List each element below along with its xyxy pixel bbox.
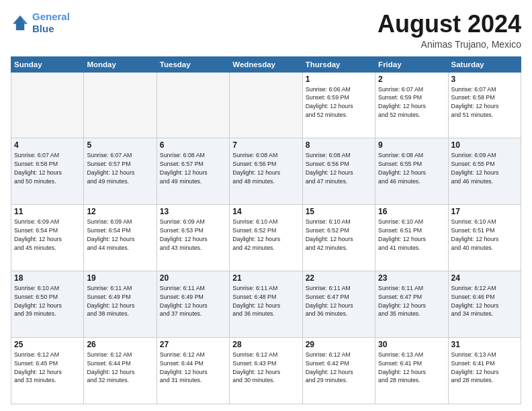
- calendar-cell: 12Sunrise: 6:09 AM Sunset: 6:54 PM Dayli…: [84, 205, 157, 271]
- day-number: 2: [378, 75, 445, 84]
- calendar-cell: 9Sunrise: 6:08 AM Sunset: 6:55 PM Daylig…: [375, 138, 448, 205]
- calendar-cell: 6Sunrise: 6:08 AM Sunset: 6:57 PM Daylig…: [157, 138, 229, 205]
- day-number: 5: [87, 140, 153, 150]
- day-info: Sunrise: 6:12 AM Sunset: 6:44 PM Dayligh…: [87, 351, 153, 385]
- day-number: 17: [451, 207, 518, 216]
- day-number: 23: [378, 273, 445, 283]
- day-number: 20: [160, 273, 226, 283]
- day-info: Sunrise: 6:10 AM Sunset: 6:52 PM Dayligh…: [306, 218, 372, 252]
- calendar-cell: [84, 72, 157, 138]
- calendar-cell: 21Sunrise: 6:11 AM Sunset: 6:48 PM Dayli…: [230, 271, 302, 338]
- day-number: 29: [306, 340, 372, 349]
- day-info: Sunrise: 6:10 AM Sunset: 6:50 PM Dayligh…: [14, 284, 81, 318]
- day-info: Sunrise: 6:10 AM Sunset: 6:51 PM Dayligh…: [451, 218, 518, 252]
- calendar-table: SundayMondayTuesdayWednesdayThursdayFrid…: [11, 56, 521, 404]
- calendar-cell: 4Sunrise: 6:07 AM Sunset: 6:58 PM Daylig…: [11, 138, 84, 205]
- day-number: 22: [306, 273, 372, 283]
- day-info: Sunrise: 6:12 AM Sunset: 6:42 PM Dayligh…: [306, 351, 372, 385]
- calendar-cell: 16Sunrise: 6:10 AM Sunset: 6:51 PM Dayli…: [375, 205, 448, 271]
- weekday-header-row: SundayMondayTuesdayWednesdayThursdayFrid…: [11, 56, 521, 72]
- day-info: Sunrise: 6:08 AM Sunset: 6:57 PM Dayligh…: [160, 151, 226, 185]
- day-number: 1: [306, 75, 372, 84]
- calendar-week-row: 25Sunrise: 6:12 AM Sunset: 6:45 PM Dayli…: [11, 338, 521, 404]
- calendar-week-row: 11Sunrise: 6:09 AM Sunset: 6:54 PM Dayli…: [11, 205, 521, 271]
- weekday-header-monday: Monday: [84, 56, 157, 72]
- calendar-cell: 11Sunrise: 6:09 AM Sunset: 6:54 PM Dayli…: [11, 205, 84, 271]
- calendar-cell: 2Sunrise: 6:07 AM Sunset: 6:59 PM Daylig…: [375, 72, 448, 138]
- calendar-cell: 28Sunrise: 6:12 AM Sunset: 6:43 PM Dayli…: [230, 338, 302, 404]
- calendar-cell: 3Sunrise: 6:07 AM Sunset: 6:58 PM Daylig…: [448, 72, 521, 138]
- day-info: Sunrise: 6:13 AM Sunset: 6:41 PM Dayligh…: [451, 351, 518, 385]
- calendar-cell: 10Sunrise: 6:09 AM Sunset: 6:55 PM Dayli…: [448, 138, 521, 205]
- day-info: Sunrise: 6:09 AM Sunset: 6:53 PM Dayligh…: [160, 218, 226, 252]
- page: General Blue August 2024 Animas Trujano,…: [0, 0, 532, 411]
- calendar-cell: [11, 72, 84, 138]
- day-info: Sunrise: 6:11 AM Sunset: 6:47 PM Dayligh…: [378, 284, 445, 318]
- calendar-cell: 15Sunrise: 6:10 AM Sunset: 6:52 PM Dayli…: [302, 205, 375, 271]
- calendar-cell: 22Sunrise: 6:11 AM Sunset: 6:47 PM Dayli…: [302, 271, 375, 338]
- calendar-cell: 1Sunrise: 6:06 AM Sunset: 6:59 PM Daylig…: [302, 72, 375, 138]
- day-info: Sunrise: 6:11 AM Sunset: 6:49 PM Dayligh…: [87, 284, 153, 318]
- calendar-cell: [157, 72, 229, 138]
- day-number: 11: [14, 207, 81, 216]
- day-number: 25: [14, 340, 81, 349]
- day-info: Sunrise: 6:09 AM Sunset: 6:55 PM Dayligh…: [451, 151, 518, 185]
- calendar-cell: 29Sunrise: 6:12 AM Sunset: 6:42 PM Dayli…: [302, 338, 375, 404]
- day-number: 21: [232, 273, 299, 283]
- day-info: Sunrise: 6:12 AM Sunset: 6:44 PM Dayligh…: [160, 351, 226, 385]
- day-number: 6: [160, 140, 226, 150]
- day-info: Sunrise: 6:10 AM Sunset: 6:52 PM Dayligh…: [232, 218, 299, 252]
- day-number: 3: [451, 75, 518, 84]
- calendar-cell: 30Sunrise: 6:13 AM Sunset: 6:41 PM Dayli…: [375, 338, 448, 404]
- day-info: Sunrise: 6:07 AM Sunset: 6:58 PM Dayligh…: [451, 85, 518, 120]
- calendar-cell: 19Sunrise: 6:11 AM Sunset: 6:49 PM Dayli…: [84, 271, 157, 338]
- day-number: 12: [87, 207, 153, 216]
- weekday-header-tuesday: Tuesday: [157, 56, 229, 72]
- calendar-cell: 5Sunrise: 6:07 AM Sunset: 6:57 PM Daylig…: [84, 138, 157, 205]
- weekday-header-sunday: Sunday: [11, 56, 84, 72]
- logo-text: General Blue: [32, 11, 70, 35]
- day-number: 14: [232, 207, 299, 216]
- weekday-header-thursday: Thursday: [302, 56, 375, 72]
- day-info: Sunrise: 6:13 AM Sunset: 6:41 PM Dayligh…: [378, 351, 445, 385]
- day-info: Sunrise: 6:08 AM Sunset: 6:56 PM Dayligh…: [232, 151, 299, 185]
- calendar-week-row: 4Sunrise: 6:07 AM Sunset: 6:58 PM Daylig…: [11, 138, 521, 205]
- day-number: 31: [451, 340, 518, 349]
- calendar-cell: 7Sunrise: 6:08 AM Sunset: 6:56 PM Daylig…: [230, 138, 302, 205]
- calendar-week-row: 18Sunrise: 6:10 AM Sunset: 6:50 PM Dayli…: [11, 271, 521, 338]
- day-number: 19: [87, 273, 153, 283]
- day-info: Sunrise: 6:07 AM Sunset: 6:57 PM Dayligh…: [87, 151, 153, 185]
- calendar-cell: 25Sunrise: 6:12 AM Sunset: 6:45 PM Dayli…: [11, 338, 84, 404]
- day-info: Sunrise: 6:12 AM Sunset: 6:46 PM Dayligh…: [451, 284, 518, 318]
- day-number: 28: [232, 340, 299, 349]
- day-number: 10: [451, 140, 518, 150]
- day-info: Sunrise: 6:12 AM Sunset: 6:45 PM Dayligh…: [14, 351, 81, 385]
- month-title: August 2024: [378, 11, 521, 38]
- day-info: Sunrise: 6:07 AM Sunset: 6:58 PM Dayligh…: [14, 151, 81, 185]
- calendar-cell: 14Sunrise: 6:10 AM Sunset: 6:52 PM Dayli…: [230, 205, 302, 271]
- day-info: Sunrise: 6:11 AM Sunset: 6:48 PM Dayligh…: [232, 284, 299, 318]
- calendar-cell: 23Sunrise: 6:11 AM Sunset: 6:47 PM Dayli…: [375, 271, 448, 338]
- calendar-cell: 27Sunrise: 6:12 AM Sunset: 6:44 PM Dayli…: [157, 338, 229, 404]
- day-number: 9: [378, 140, 445, 150]
- logo: General Blue: [11, 11, 70, 35]
- title-block: August 2024 Animas Trujano, Mexico: [378, 11, 521, 50]
- calendar-cell: 31Sunrise: 6:13 AM Sunset: 6:41 PM Dayli…: [448, 338, 521, 404]
- day-number: 16: [378, 207, 445, 216]
- day-info: Sunrise: 6:06 AM Sunset: 6:59 PM Dayligh…: [306, 85, 372, 120]
- calendar-cell: 24Sunrise: 6:12 AM Sunset: 6:46 PM Dayli…: [448, 271, 521, 338]
- day-number: 26: [87, 340, 153, 349]
- day-number: 7: [232, 140, 299, 150]
- day-number: 13: [160, 207, 226, 216]
- day-number: 24: [451, 273, 518, 283]
- logo-icon: [11, 13, 30, 32]
- calendar-cell: 18Sunrise: 6:10 AM Sunset: 6:50 PM Dayli…: [11, 271, 84, 338]
- day-number: 27: [160, 340, 226, 349]
- day-info: Sunrise: 6:08 AM Sunset: 6:56 PM Dayligh…: [306, 151, 372, 185]
- calendar-cell: 8Sunrise: 6:08 AM Sunset: 6:56 PM Daylig…: [302, 138, 375, 205]
- location: Animas Trujano, Mexico: [378, 39, 521, 50]
- calendar-week-row: 1Sunrise: 6:06 AM Sunset: 6:59 PM Daylig…: [11, 72, 521, 138]
- day-info: Sunrise: 6:07 AM Sunset: 6:59 PM Dayligh…: [378, 85, 445, 120]
- day-info: Sunrise: 6:08 AM Sunset: 6:55 PM Dayligh…: [378, 151, 445, 185]
- weekday-header-saturday: Saturday: [448, 56, 521, 72]
